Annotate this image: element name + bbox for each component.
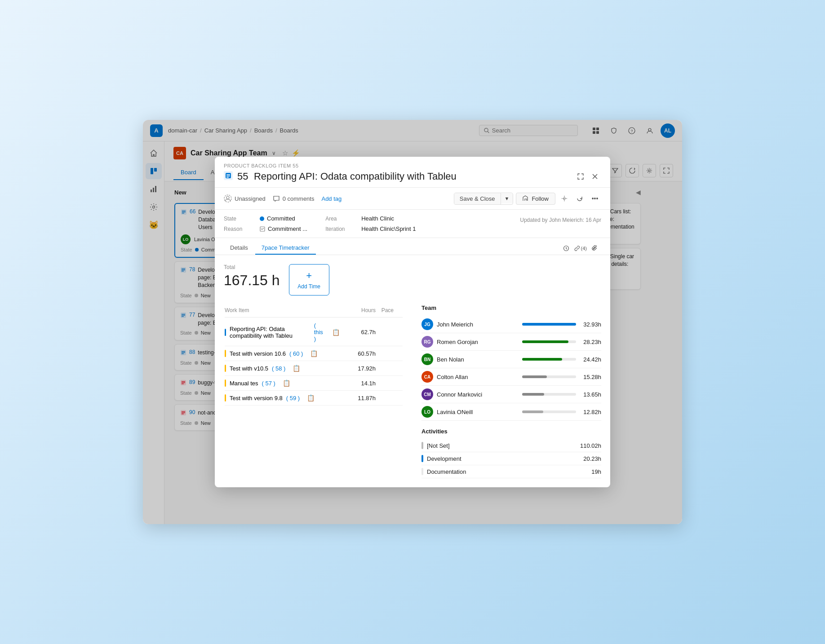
- modal-fields: State Committed Reason Commitment ...: [215, 210, 610, 238]
- modal-header: PRODUCT BACKLOG ITEM 55 55 Reporting API…: [215, 157, 610, 188]
- team-member-name: John Meierich: [437, 321, 519, 328]
- modal-type-label: PRODUCT BACKLOG ITEM 55: [224, 163, 601, 168]
- team-bar: [522, 323, 576, 326]
- team-bar-container: [522, 375, 576, 378]
- team-section: Team JG John Meierich 32.93h RG Romen Go…: [421, 304, 601, 421]
- team-member-row: LO Lavinia ONeill 12.82h: [421, 403, 601, 421]
- area-field-value: Health Clinic: [361, 215, 394, 222]
- modal-attach-btn[interactable]: [589, 242, 601, 255]
- team-bar: [522, 393, 544, 396]
- team-member-row: CM Connor Markovici 13.65h: [421, 386, 601, 403]
- team-avatar: RG: [421, 336, 433, 348]
- state-field-value: Committed: [260, 215, 295, 222]
- team-bar-container: [522, 323, 576, 326]
- modal-overlay[interactable]: PRODUCT BACKLOG ITEM 55 55 Reporting API…: [143, 120, 682, 524]
- svg-point-77: [226, 196, 229, 199]
- modal-more-btn[interactable]: •••: [589, 192, 601, 205]
- modal-settings-btn[interactable]: [558, 192, 571, 205]
- team-member-name: Romen Gorojan: [437, 339, 519, 345]
- work-item-row[interactable]: Test with version 9.8 ( 59 ) 📋 11.87h: [225, 391, 403, 406]
- work-item-row[interactable]: Test with v10.5 ( 58 ) 📋 17.92h: [225, 361, 403, 376]
- team-bar-container: [522, 340, 576, 343]
- svg-rect-73: [226, 174, 230, 175]
- activity-bar: [421, 468, 423, 475]
- meta-assignee: Unassigned: [224, 194, 266, 203]
- work-item-row[interactable]: Reporting API: Odata compatibility with …: [225, 318, 403, 346]
- activity-name: Documentation: [427, 468, 588, 475]
- modal-body: Total 167.15 h + Add Time: [215, 255, 610, 487]
- modal: PRODUCT BACKLOG ITEM 55 55 Reporting API…: [215, 157, 610, 488]
- team-hours: 32.93h: [583, 321, 601, 328]
- team-bar: [522, 375, 547, 378]
- save-close-btn[interactable]: Save & Close ▼: [454, 193, 514, 205]
- svg-rect-75: [226, 177, 229, 178]
- team-member-row: RG Romen Gorojan 28.23h: [421, 333, 601, 351]
- team-bar: [522, 340, 568, 343]
- modal-expand-btn[interactable]: [574, 170, 587, 183]
- team-bar: [522, 410, 543, 413]
- modal-link-btn[interactable]: (4): [574, 242, 587, 255]
- team-bar-container: [522, 393, 576, 396]
- activity-hours: 20.23h: [583, 455, 601, 462]
- modal-item-icon: [224, 171, 233, 180]
- col-work-item-header: Work Item: [225, 307, 340, 313]
- activity-bar: [421, 442, 423, 449]
- team-member-row: JG John Meierich 32.93h: [421, 316, 601, 333]
- total-value: 167.15 h: [224, 272, 280, 289]
- team-member-name: Connor Markovici: [437, 391, 519, 398]
- add-tag-btn[interactable]: Add tag: [321, 195, 342, 202]
- modal-close-btn[interactable]: [589, 170, 601, 183]
- modal-history-btn[interactable]: [560, 242, 572, 255]
- team-avatar: CM: [421, 388, 433, 400]
- total-label: Total: [224, 264, 280, 270]
- modal-tab-timetracker[interactable]: 7pace Timetracker: [255, 242, 316, 255]
- modal-meta-bar: Unassigned 0 comments Add tag Save & Clo…: [215, 188, 610, 210]
- activities-header: Activities: [421, 428, 601, 435]
- col-pace-header: Pace: [376, 307, 403, 313]
- activity-row: [Not Set] 110.02h: [421, 439, 601, 452]
- modal-item-number: 55: [237, 171, 248, 182]
- work-item-row[interactable]: Manual tes ( 57 ) 📋 14.1h: [225, 376, 403, 391]
- team-member-name: Colton Allan: [437, 374, 519, 380]
- team-member-row: CA Colton Allan 15.28h: [421, 368, 601, 386]
- team-bar: [522, 358, 562, 361]
- reason-field-label: Reason: [224, 226, 255, 232]
- team-member-name: Ben Nolan: [437, 356, 519, 363]
- team-bar-container: [522, 410, 576, 413]
- modal-item-name: Reporting API: Odata compatibility with …: [254, 171, 457, 182]
- team-section-header: Team: [421, 304, 601, 311]
- activity-row: Documentation 19h: [421, 465, 601, 478]
- team-hours: 24.42h: [583, 356, 601, 363]
- team-hours: 15.28h: [583, 374, 601, 380]
- work-items-table: Work Item Hours Pace Reporting API: Odat…: [224, 304, 404, 406]
- area-field-label: Area: [325, 216, 357, 222]
- state-field-label: State: [224, 216, 255, 222]
- iteration-field-label: Iteration: [325, 226, 357, 232]
- activity-row: Development 20.23h: [421, 452, 601, 465]
- work-item-row[interactable]: Test with version 10.6 ( 60 ) 📋 60.57h: [225, 346, 403, 361]
- team-member-name: Lavinia ONeill: [437, 409, 519, 415]
- modal-refresh-btn[interactable]: [573, 192, 586, 205]
- team-hours: 13.65h: [583, 391, 601, 398]
- svg-rect-74: [226, 176, 230, 176]
- team-bar-container: [522, 358, 576, 361]
- modal-tab-details[interactable]: Details: [224, 242, 254, 255]
- activity-hours: 110.02h: [580, 442, 601, 449]
- team-avatar: CA: [421, 371, 433, 383]
- team-avatar: JG: [421, 318, 433, 330]
- team-avatar: LO: [421, 406, 433, 418]
- meta-comments: 0 comments: [273, 195, 315, 202]
- iteration-field-value: Health Clinic\Sprint 1: [361, 225, 416, 232]
- follow-btn[interactable]: Follow: [516, 193, 555, 205]
- activity-name: [Not Set]: [427, 442, 577, 449]
- activity-hours: 19h: [591, 468, 601, 475]
- activity-name: Development: [427, 455, 580, 462]
- table-header: Work Item Hours Pace: [225, 305, 403, 318]
- modal-updated: Updated by John Meierich: 16 Apr: [520, 215, 601, 223]
- modal-tabs: Details 7pace Timetracker (4): [215, 238, 610, 255]
- activity-bar: [421, 455, 423, 462]
- svg-point-78: [563, 198, 565, 199]
- activities-section: Activities [Not Set] 110.02h Development…: [421, 428, 601, 478]
- add-time-btn[interactable]: + Add Time: [289, 264, 329, 296]
- team-member-row: BN Ben Nolan 24.42h: [421, 351, 601, 368]
